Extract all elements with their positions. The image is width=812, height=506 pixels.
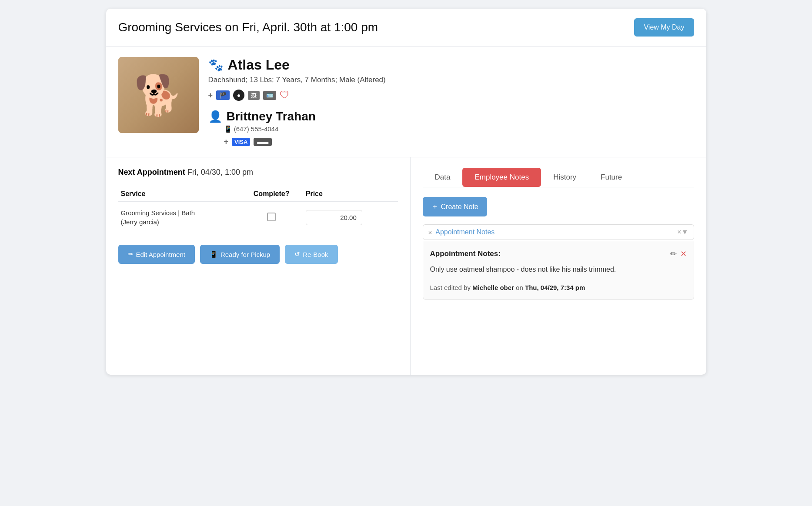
note-footer-prefix: Last edited by: [430, 284, 473, 291]
photo-icon[interactable]: 🖼: [248, 91, 260, 100]
pet-icons-row: + 🏴 ● 🖼 🪪 🛡: [208, 90, 694, 101]
id-card-icon[interactable]: 🪪: [263, 91, 276, 100]
note-footer-on: on: [514, 284, 525, 291]
pet-photo: [118, 57, 199, 133]
pencil-icon: ✏: [128, 250, 134, 258]
tab-employee-notes-label: Employee Notes: [475, 173, 529, 181]
owner-icon: 👤: [208, 110, 222, 123]
phone-pickup-icon: 📱: [210, 250, 218, 258]
complete-checkbox[interactable]: [267, 213, 276, 221]
main-content: Next Appointment Fri, 04/30, 1:00 pm Ser…: [106, 157, 706, 375]
view-my-day-button[interactable]: View My Day: [634, 18, 694, 37]
note-editor: Michelle ober: [472, 284, 514, 291]
paw-icon: 🐾: [208, 58, 224, 72]
next-appointment-header: Next Appointment Fri, 04/30, 1:00 pm: [118, 168, 398, 177]
tab-data-label: Data: [435, 173, 451, 181]
phone-icon: 📱: [224, 125, 232, 133]
pet-name-row: 🐾 Atlas Lee: [208, 57, 694, 73]
owner-name: Brittney Trahan: [227, 110, 316, 123]
face-icon[interactable]: ●: [233, 90, 244, 101]
note-tag-chevron-icon[interactable]: ▼: [682, 228, 688, 236]
shield-icon[interactable]: 🛡: [280, 90, 289, 101]
right-panel: Data Employee Notes History Future ＋ Cre…: [411, 157, 706, 375]
plus-icon: ＋: [431, 202, 438, 211]
next-appt-date: Fri, 04/30, 1:00 pm: [187, 168, 253, 176]
pet-name: Atlas Lee: [228, 57, 290, 73]
note-tag-label: Appointment Notes: [435, 228, 677, 236]
create-note-button[interactable]: ＋ Create Note: [423, 197, 487, 216]
price-cell[interactable]: [303, 202, 398, 233]
flag-icon[interactable]: 🏴: [216, 90, 230, 100]
table-row: Grooming Services | Bath(Jerry garcia): [118, 202, 398, 233]
note-title-row: Appointment Notes: ✏ ✕: [430, 249, 687, 259]
main-card: Grooming Services on Fri, April. 30th at…: [106, 9, 706, 375]
page-title: Grooming Services on Fri, April. 30th at…: [118, 20, 378, 34]
note-tag-row: × Appointment Notes × ▼: [423, 224, 694, 240]
next-appt-label: Next Appointment: [118, 168, 185, 176]
note-title: Appointment Notes:: [430, 250, 501, 258]
service-col-header: Service: [118, 186, 240, 202]
tab-employee-notes[interactable]: Employee Notes: [462, 168, 541, 187]
pet-info: 🐾 Atlas Lee Dachshund; 13 Lbs; 7 Years, …: [208, 57, 694, 146]
left-panel: Next Appointment Fri, 04/30, 1:00 pm Ser…: [106, 157, 411, 375]
tab-history-label: History: [553, 173, 576, 181]
complete-col-header: Complete?: [240, 186, 303, 202]
note-delete-icon[interactable]: ✕: [680, 249, 687, 259]
note-edit-icon[interactable]: ✏: [670, 249, 677, 259]
note-content-box: Appointment Notes: ✏ ✕ Only use oatmeal …: [423, 241, 694, 300]
tab-history[interactable]: History: [541, 168, 588, 187]
complete-checkbox-cell[interactable]: [240, 202, 303, 233]
rebook-icon: ↺: [294, 250, 300, 258]
tab-data[interactable]: Data: [423, 168, 463, 187]
owner-payment-row: + VISA ▬▬: [224, 137, 694, 146]
note-action-icons: ✏ ✕: [670, 249, 687, 259]
rebook-button-label: Re-Book: [303, 251, 328, 258]
edit-button-label: Edit Appointment: [136, 251, 185, 258]
add-payment-icon[interactable]: +: [224, 137, 229, 146]
note-body: Only use oatmeal shampoo - does not like…: [430, 264, 687, 275]
note-footer: Last edited by Michelle ober on Thu, 04/…: [430, 284, 687, 291]
tab-future-label: Future: [601, 173, 622, 181]
tabs-row: Data Employee Notes History Future: [423, 168, 694, 187]
card-header: Grooming Services on Fri, April. 30th at…: [106, 9, 706, 47]
pet-photo-inner: [118, 57, 199, 133]
service-name-cell: Grooming Services | Bath(Jerry garcia): [118, 202, 240, 233]
owner-phone: 📱 (647) 555-4044: [224, 125, 694, 133]
ready-for-pickup-button[interactable]: 📱 Ready for Pickup: [200, 245, 280, 264]
pet-breed: Dachshund; 13 Lbs; 7 Years, 7 Months; Ma…: [208, 76, 694, 84]
create-note-label: Create Note: [441, 203, 478, 211]
edit-appointment-button[interactable]: ✏ Edit Appointment: [118, 245, 195, 264]
visa-icon[interactable]: VISA: [232, 138, 250, 146]
add-pet-icon[interactable]: +: [208, 91, 213, 100]
card-chip-icon[interactable]: ▬▬: [254, 138, 272, 146]
services-table: Service Complete? Price Grooming Service…: [118, 186, 398, 233]
rebook-button[interactable]: ↺ Re-Book: [285, 245, 337, 264]
tab-future[interactable]: Future: [588, 168, 634, 187]
note-tag-close-icon[interactable]: ×: [677, 228, 681, 236]
pickup-button-label: Ready for Pickup: [221, 251, 270, 258]
note-tag-remove-icon[interactable]: ×: [428, 229, 432, 236]
action-buttons: ✏ Edit Appointment 📱 Ready for Pickup ↺ …: [118, 245, 398, 264]
price-col-header: Price: [303, 186, 398, 202]
note-edited-date: Thu, 04/29, 7:34 pm: [525, 284, 585, 291]
pet-section: 🐾 Atlas Lee Dachshund; 13 Lbs; 7 Years, …: [106, 47, 706, 157]
owner-row: 👤 Brittney Trahan: [208, 110, 694, 123]
phone-number: (647) 555-4044: [234, 125, 279, 133]
price-input[interactable]: [306, 210, 362, 225]
